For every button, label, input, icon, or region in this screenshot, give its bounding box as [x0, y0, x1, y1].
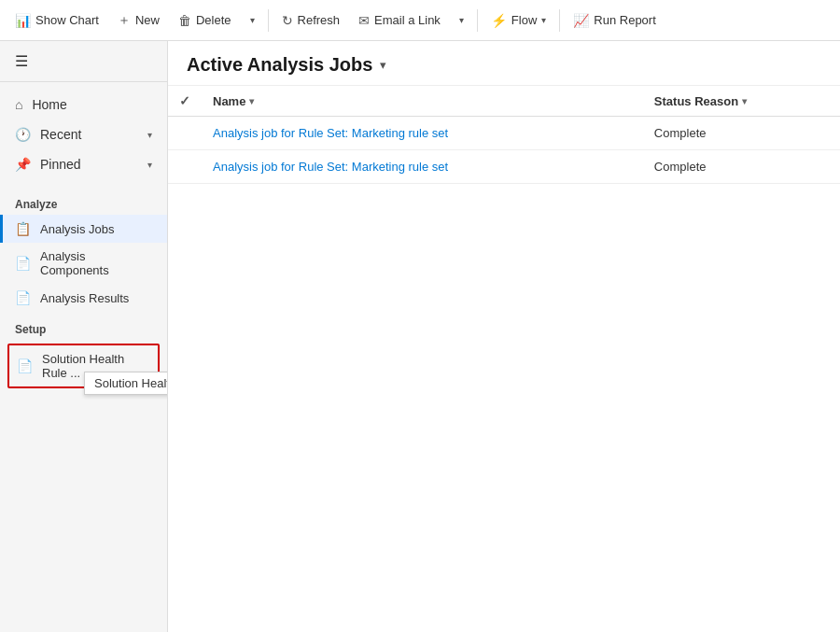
main-layout: ☰ ⌂ Home 🕐 Recent ▾ 📌 Pinned ▾ Analyze 📋…	[0, 41, 840, 632]
row-1-checkbox[interactable]	[168, 117, 202, 150]
title-chevron-icon[interactable]: ▾	[380, 58, 386, 72]
chart-icon: 📊	[15, 13, 31, 28]
toolbar-separator-1	[268, 9, 269, 32]
row-1-status: Complete	[643, 117, 840, 150]
sidebar-item-analysis-components[interactable]: 📄 Analysis Components	[0, 243, 167, 284]
email-icon: ✉	[358, 13, 370, 28]
row-2-name: Analysis job for Rule Set: Marketing rul…	[202, 150, 643, 184]
hamburger-button[interactable]: ☰	[11, 49, 32, 74]
setup-section-label: Setup	[0, 312, 167, 340]
table-row: Analysis job for Rule Set: Marketing rul…	[168, 150, 840, 184]
sort-icon-status: ▾	[742, 96, 747, 106]
table-header: ✓ Name ▾ Status Reason ▾	[168, 86, 840, 117]
table-row: Analysis job for Rule Set: Marketing rul…	[168, 117, 840, 150]
setup-section: 📄 Solution Health Rule ... Solution Heal…	[0, 340, 167, 392]
flow-button[interactable]: ⚡ Flow ▾	[483, 8, 553, 33]
analysis-jobs-table: ✓ Name ▾ Status Reason ▾	[168, 86, 840, 184]
row-1-name-link[interactable]: Analysis job for Rule Set: Marketing rul…	[213, 126, 448, 140]
content-area: Active Analysis Jobs ▾ ✓ Name ▾	[168, 41, 840, 632]
analysis-jobs-icon: 📋	[15, 221, 31, 236]
checkmark-icon: ✓	[179, 93, 190, 108]
new-button[interactable]: ＋ New	[110, 7, 167, 34]
recent-icon: 🕐	[15, 127, 31, 142]
solution-health-icon: 📄	[17, 358, 33, 373]
delete-icon: 🗑	[178, 13, 191, 28]
chevron-down-icon-2: ▾	[459, 15, 464, 25]
toolbar-separator-2	[477, 9, 478, 32]
chevron-down-icon-recent: ▾	[147, 130, 152, 140]
name-column-header[interactable]: Name ▾	[202, 86, 643, 117]
sidebar-item-analysis-results[interactable]: 📄 Analysis Results	[0, 284, 167, 312]
delete-button[interactable]: 🗑 Delete	[171, 8, 239, 33]
home-icon: ⌂	[15, 97, 22, 112]
row-1-name: Analysis job for Rule Set: Marketing rul…	[202, 117, 643, 150]
flow-icon: ⚡	[491, 13, 507, 28]
sidebar-item-recent[interactable]: 🕐 Recent ▾	[0, 119, 167, 149]
row-2-name-link[interactable]: Analysis job for Rule Set: Marketing rul…	[213, 160, 448, 174]
content-header: Active Analysis Jobs ▾	[168, 41, 840, 86]
checkbox-column-header: ✓	[168, 86, 202, 117]
sidebar: ☰ ⌂ Home 🕐 Recent ▾ 📌 Pinned ▾ Analyze 📋…	[0, 41, 168, 632]
toolbar: 📊 Show Chart ＋ New 🗑 Delete ▾ ↻ Refresh …	[0, 0, 840, 41]
page-title: Active Analysis Jobs	[187, 54, 372, 76]
plus-icon: ＋	[118, 12, 131, 29]
analyze-section-label: Analyze	[0, 187, 167, 215]
chevron-down-icon-3: ▾	[541, 15, 546, 25]
report-icon: 📈	[573, 13, 589, 28]
solution-health-rule-container: 📄 Solution Health Rule ... Solution Heal…	[7, 344, 160, 388]
row-2-status: Complete	[643, 150, 840, 184]
chevron-down-icon-pinned: ▾	[147, 160, 152, 170]
analysis-results-icon: 📄	[15, 290, 31, 305]
run-report-button[interactable]: 📈 Run Report	[566, 8, 663, 33]
hamburger-icon: ☰	[15, 53, 28, 69]
solution-health-tooltip: Solution Health Rule Sets	[84, 372, 168, 395]
analysis-components-icon: 📄	[15, 256, 31, 271]
table-container: ✓ Name ▾ Status Reason ▾	[168, 86, 840, 632]
row-2-checkbox[interactable]	[168, 150, 202, 184]
toolbar-separator-3	[559, 9, 560, 32]
email-link-button[interactable]: ✉ Email a Link	[351, 8, 448, 33]
sidebar-item-pinned[interactable]: 📌 Pinned ▾	[0, 149, 167, 179]
sidebar-item-analysis-jobs[interactable]: 📋 Analysis Jobs	[0, 215, 167, 243]
sidebar-top: ☰	[0, 41, 167, 82]
pin-icon: 📌	[15, 157, 31, 172]
sort-icon-name: ▾	[249, 96, 254, 106]
delete-chevron-button[interactable]: ▾	[243, 10, 262, 30]
email-chevron-button[interactable]: ▾	[452, 10, 471, 30]
table-body: Analysis job for Rule Set: Marketing rul…	[168, 117, 840, 184]
status-reason-column-header[interactable]: Status Reason ▾	[643, 86, 840, 117]
refresh-icon: ↻	[282, 13, 293, 28]
sidebar-nav: ⌂ Home 🕐 Recent ▾ 📌 Pinned ▾	[0, 82, 167, 187]
sidebar-item-home[interactable]: ⌂ Home	[0, 90, 167, 119]
show-chart-button[interactable]: 📊 Show Chart	[7, 8, 106, 33]
chevron-down-icon: ▾	[250, 15, 255, 25]
refresh-button[interactable]: ↻ Refresh	[274, 8, 348, 33]
